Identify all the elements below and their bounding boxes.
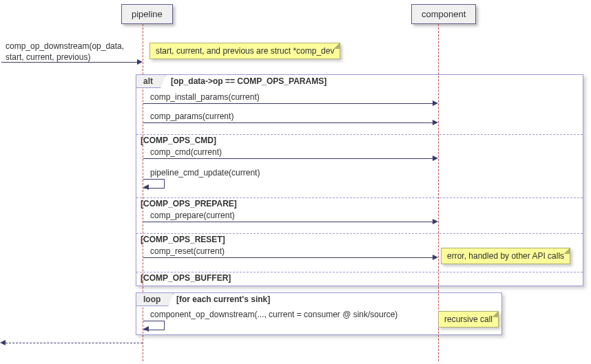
arrow-prepare-head: [433, 219, 438, 224]
self-cmd-update-head: [143, 184, 149, 190]
arrow-initial: [1, 62, 137, 63]
msg-loop: component_op_downstream(..., current = c…: [150, 310, 397, 319]
frame-loop-cond: [for each current's sink]: [176, 295, 270, 304]
msg-cmd-update: pipeline_cmd_update(current): [150, 168, 260, 178]
note-initial: start, current, and previous are struct …: [149, 43, 340, 59]
msg-prepare: comp_prepare(current): [150, 211, 235, 220]
arrow-install-params-head: [433, 100, 438, 106]
initial-call-line1: comp_op_downstream(op_data,: [6, 41, 124, 51]
alt-sep-1: [136, 134, 583, 135]
arrow-params: [143, 122, 433, 123]
arrow-cmd-head: [433, 156, 438, 161]
participant-component: component: [411, 4, 476, 24]
arrow-reset-head: [433, 255, 438, 260]
msg-cmd: comp_cmd(current): [150, 147, 222, 157]
arrow-cmd: [143, 158, 433, 159]
frame-alt-cond-buffer: [COMP_OPS_BUFFER]: [141, 273, 231, 283]
alt-sep-4: [136, 272, 583, 272]
participant-pipeline: pipeline: [121, 4, 173, 24]
frame-alt-cond-params: [op_data->op == COMP_OPS_PARAMS]: [171, 76, 326, 86]
arrow-return-head: [0, 340, 6, 345]
arrow-return: [6, 343, 143, 343]
frame-alt-cond-reset: [COMP_OPS_RESET]: [141, 235, 225, 244]
arrow-reset: [143, 257, 433, 258]
frame-alt-cond-prepare: [COMP_OPS_PREPARE]: [141, 199, 237, 208]
alt-sep-3: [136, 233, 583, 234]
initial-call-line2: start, current, previous): [6, 52, 90, 62]
msg-reset: comp_reset(current): [150, 246, 225, 256]
msg-params: comp_params(current): [150, 111, 234, 121]
frame-loop-label: loop: [136, 293, 174, 306]
msg-install-params: comp_install_params(current): [150, 92, 260, 102]
arrow-prepare: [143, 222, 433, 222]
note-reset: error, handled by other API calls: [441, 248, 570, 264]
arrow-params-head: [433, 120, 438, 125]
alt-sep-2: [136, 197, 583, 198]
arrow-initial-head: [137, 59, 143, 65]
arrow-install-params: [143, 103, 433, 104]
frame-alt-cond-cmd: [COMP_OPS_CMD]: [141, 136, 216, 145]
note-loop: recursive call: [438, 311, 499, 328]
self-loop-head: [143, 326, 149, 332]
frame-alt-label: alt: [136, 75, 166, 88]
